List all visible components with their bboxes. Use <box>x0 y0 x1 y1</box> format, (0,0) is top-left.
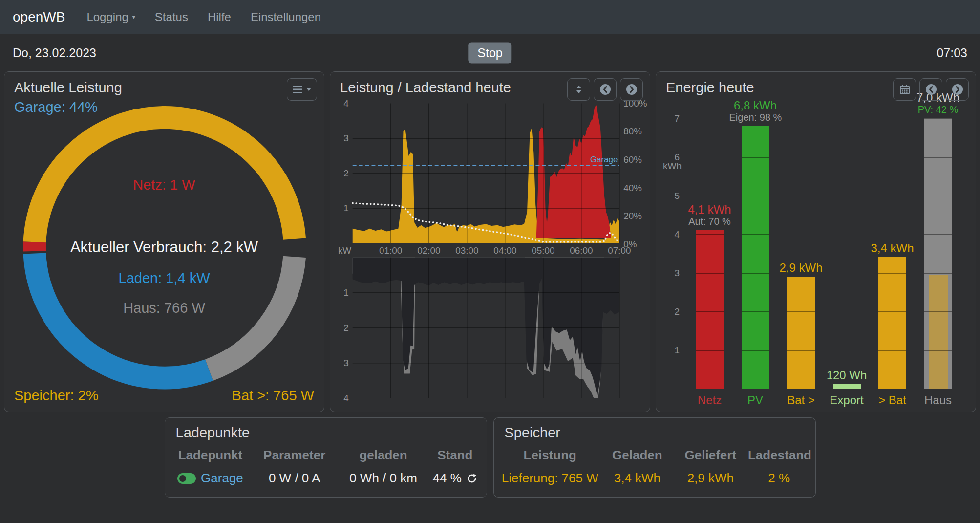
chargepoint-charged: 0 Wh / 0 km <box>338 471 428 486</box>
energy-bar-overlay-pv <box>929 275 948 389</box>
card-energie-heute: Energie heute <box>656 71 976 412</box>
energy-gridline <box>696 273 724 274</box>
nav-item-label: Logging <box>86 10 128 24</box>
chevron-down-icon <box>306 87 312 91</box>
energy-gridline <box>878 350 906 351</box>
storage-charged: 3,4 kWh <box>601 471 673 486</box>
card-ladepunkte: Ladepunkte Ladepunkt Parameter geladen S… <box>165 417 487 498</box>
chart-resize-button[interactable] <box>567 78 590 101</box>
table-row-chargepoint-name: Garage <box>170 471 251 486</box>
ytick-top: 3 <box>343 133 349 143</box>
energy-gridline <box>696 234 724 235</box>
ytick-bottom: 4 <box>343 393 349 403</box>
energy-prev-button[interactable] <box>919 78 942 101</box>
garage-soc-label: Garage: 44% <box>14 99 98 115</box>
nav-item-label: Status <box>155 10 188 24</box>
energy-xaxis-label: Netz <box>686 393 733 407</box>
energy-ytick: 5 <box>666 191 680 201</box>
energy-gridline <box>878 311 906 312</box>
chart-next-button[interactable] <box>620 78 643 101</box>
bottom-cards-row: Ladepunkte Ladepunkt Parameter geladen S… <box>0 417 980 498</box>
energy-gridline <box>924 311 952 312</box>
energy-next-button[interactable] <box>946 78 969 101</box>
column-header: Ladepunkt <box>170 448 251 463</box>
column-header: Stand <box>428 448 481 463</box>
energy-gridline <box>924 350 952 351</box>
xtick: 03:00 <box>455 245 478 256</box>
ytick-right: 60% <box>623 154 642 165</box>
chevron-right-circle-icon <box>951 83 964 96</box>
nav-item-label: Hilfe <box>208 10 231 24</box>
energy-gridline <box>924 118 952 119</box>
card-title-aktuelle-leistung: Aktuelle Leistung <box>14 78 122 96</box>
energy-ytick: 4 <box>666 229 680 240</box>
storage-power: Lieferung: 765 W <box>499 471 602 486</box>
card-leistung-ladestand: Leistung / Ladestand heute <box>330 71 650 412</box>
energy-bar-export <box>833 384 861 389</box>
chart-prev-button[interactable] <box>594 78 617 101</box>
energy-xaxis-label: Export <box>823 393 871 407</box>
card-aktuelle-leistung: Aktuelle Leistung Garage: 44% Netz: 1 W … <box>4 71 324 412</box>
energy-gridline <box>924 234 952 235</box>
unit-label: kW <box>338 245 351 256</box>
card-title-speicher: Speicher <box>499 425 810 441</box>
energy-bar-pv <box>742 126 769 389</box>
energy-sub-label: Aut: 70 % <box>683 216 736 227</box>
energy-gridline <box>696 350 724 351</box>
column-header: Leistung <box>499 448 602 463</box>
energy-value-label: 3,4 kWh <box>866 241 918 255</box>
chargepoint-soc: 44 % <box>428 471 481 486</box>
battery-power-label: Bat >: 765 W <box>232 388 314 404</box>
house-power-label: Haus: 766 W <box>4 300 324 316</box>
ytick-bottom: 3 <box>343 358 349 368</box>
energy-value-label: 4,1 kWh <box>683 203 736 217</box>
chargepoint-name[interactable]: Garage <box>201 471 243 486</box>
energy-bar-haus <box>924 118 952 389</box>
nav-item-einstellungen[interactable]: Einstellungen <box>251 10 321 24</box>
column-header: geladen <box>338 448 428 463</box>
card-title-energie-heute: Energie heute <box>666 78 754 96</box>
consumption-label: Aktueller Verbrauch: 2,2 kW <box>4 239 324 256</box>
nav-menu: Logging ▾ Status Hilfe Einstellungen <box>86 10 321 24</box>
ytick-right: 0% <box>623 239 637 249</box>
refresh-icon[interactable] <box>467 473 477 484</box>
energy-gridline <box>742 234 769 235</box>
xtick: 02:00 <box>417 245 440 256</box>
nav-item-status[interactable]: Status <box>155 10 188 24</box>
storage-soc: 2 % <box>748 471 810 486</box>
column-header: Ladestand <box>748 448 810 463</box>
calendar-icon <box>899 84 910 95</box>
ytick-right: 80% <box>623 126 642 136</box>
energy-bar-netz <box>696 230 724 389</box>
energy-gridline <box>696 311 724 312</box>
stop-button[interactable]: Stop <box>468 43 511 64</box>
energy-bar-bat <box>787 277 815 389</box>
energy-ytick: 6 <box>666 152 680 163</box>
storage-table: Leistung Geladen Geliefert Ladestand Lie… <box>499 448 810 486</box>
energy-value-label: 6,8 kWh <box>729 99 782 112</box>
card-title-leistung-ladestand: Leistung / Ladestand heute <box>340 78 511 96</box>
energy-ytick: 1 <box>666 345 680 356</box>
xtick: 05:00 <box>532 245 554 256</box>
energy-xaxis-label: PV <box>732 393 779 407</box>
daily-energy-chart: kWh12345674,1 kWhAut: 70 %Netz6,8 kWhEig… <box>656 72 976 412</box>
chevron-left-circle-icon <box>925 83 937 96</box>
battery-soc-label: Speicher: 2% <box>14 388 99 404</box>
energy-calendar-button[interactable] <box>893 78 916 101</box>
energy-ytick: 7 <box>666 113 680 124</box>
energy-ytick: 3 <box>666 268 680 279</box>
energy-gridline <box>787 350 815 351</box>
app-brand[interactable]: openWB <box>13 9 65 25</box>
column-header: Geladen <box>601 448 673 463</box>
energy-gridline <box>742 350 769 351</box>
donut-menu-button[interactable] <box>287 78 317 101</box>
nav-item-hilfe[interactable]: Hilfe <box>208 10 231 24</box>
toggle-knob <box>179 475 186 482</box>
xtick: 06:00 <box>570 245 593 256</box>
energy-gridline <box>742 311 769 312</box>
chargepoint-toggle[interactable] <box>177 473 196 484</box>
xtick: 01:00 <box>379 245 402 256</box>
nav-item-logging[interactable]: Logging ▾ <box>86 10 135 24</box>
charge-power-label: Laden: 1,4 kW <box>4 270 324 286</box>
ytick-top: 1 <box>343 203 349 213</box>
